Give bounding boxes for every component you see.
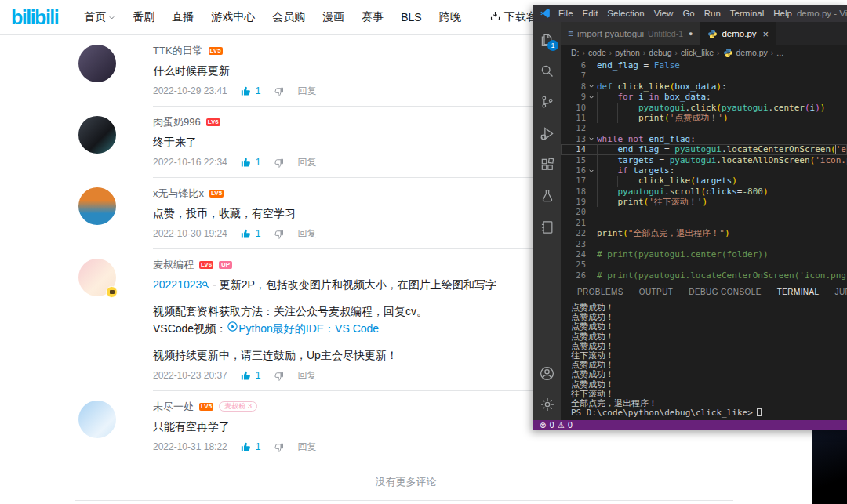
menu-run[interactable]: Run: [700, 9, 725, 18]
dislike-button[interactable]: [273, 85, 285, 97]
nav-item-直播[interactable]: 直播: [163, 10, 202, 24]
search-activity-button[interactable]: [533, 55, 561, 86]
breadcrumb-item[interactable]: D:: [571, 48, 580, 57]
terminal-cursor[interactable]: [757, 408, 762, 416]
breadcrumb-item[interactable]: demo.py: [723, 48, 768, 58]
thumb-up-icon[interactable]: [240, 85, 252, 97]
fold-icon[interactable]: [586, 82, 597, 92]
comment-username[interactable]: 未尽一处: [153, 400, 194, 414]
fold-icon[interactable]: [586, 165, 597, 176]
dislike-button[interactable]: [273, 157, 285, 169]
code-line[interactable]: 10pyautogui.click(pyautogui.center(i)): [561, 103, 847, 113]
code-line[interactable]: 14end_flag = pyautogui.locateCenterOnScr…: [561, 144, 847, 154]
avatar[interactable]: [78, 401, 116, 438]
fan-badge[interactable]: 麦叔粉3: [219, 401, 257, 412]
nav-item-游戏中心[interactable]: 游戏中心: [202, 10, 264, 24]
like-button[interactable]: 1: [240, 157, 261, 169]
menu-selection[interactable]: Selection: [602, 9, 649, 18]
code-line[interactable]: 23: [561, 239, 847, 249]
warnings-count[interactable]: 0: [568, 421, 573, 430]
code-line[interactable]: 26# print(pyautogui.locateCenterOnScreen…: [561, 270, 847, 281]
comment-username[interactable]: 麦叔编程: [153, 258, 194, 272]
code-line[interactable]: 22print("全部点完，退出程序！"): [561, 228, 847, 238]
avatar[interactable]: [78, 45, 116, 82]
editor-tab-import-pyautogui[interactable]: ≡import pyautoguiUntitled-1●: [561, 22, 700, 45]
errors-icon[interactable]: ⊗: [540, 421, 546, 430]
nav-item-跨晚[interactable]: 跨晚: [431, 10, 470, 24]
run-debug-activity-button[interactable]: [533, 118, 561, 149]
breadcrumb-item[interactable]: ...: [776, 48, 783, 57]
nav-item-首页[interactable]: 首页: [75, 10, 124, 24]
like-button[interactable]: 1: [240, 441, 261, 453]
code-editor[interactable]: 6end_flag = False78def click_like(box_da…: [561, 60, 847, 281]
settings-gear-button[interactable]: [533, 389, 561, 420]
code-line[interactable]: 6end_flag = False: [561, 60, 847, 71]
thumb-down-icon[interactable]: [273, 157, 285, 169]
comment-username[interactable]: 肉蛋奶996: [153, 115, 201, 129]
comment-link[interactable]: Python最好的IDE：VS Code: [238, 322, 379, 335]
avatar[interactable]: [78, 116, 116, 154]
thumb-down-icon[interactable]: [273, 85, 285, 97]
terminal-output[interactable]: 点赞成功！点赞成功！点赞成功！点赞成功！点赞成功！往下滚动！点赞成功！点赞成功！…: [561, 302, 847, 420]
nav-item-会员购[interactable]: 会员购: [264, 10, 314, 24]
thumb-down-icon[interactable]: [273, 228, 285, 240]
code-line[interactable]: 9for i in box_data:: [561, 92, 847, 102]
menu-go[interactable]: Go: [678, 9, 699, 18]
dislike-button[interactable]: [273, 370, 285, 382]
breadcrumb-item[interactable]: click_like: [681, 48, 714, 57]
source-control-activity-button[interactable]: [533, 86, 561, 118]
thumb-up-icon[interactable]: [240, 157, 252, 169]
files-activity-button[interactable]: 1: [533, 24, 561, 55]
like-button[interactable]: 1: [240, 370, 261, 382]
breadcrumb-item[interactable]: debug: [649, 48, 671, 57]
panel-tab-output[interactable]: OUTPUT: [633, 285, 680, 299]
reply-button[interactable]: 回复: [297, 156, 316, 169]
errors-count[interactable]: 0: [549, 421, 554, 430]
breadcrumb-item[interactable]: code: [588, 48, 606, 57]
close-icon[interactable]: ×: [763, 28, 769, 40]
code-line[interactable]: 21: [561, 218, 847, 228]
menu-edit[interactable]: Edit: [578, 9, 603, 18]
like-button[interactable]: 1: [240, 228, 261, 240]
editor-tab-demo.py[interactable]: demo.py×: [700, 22, 776, 45]
thumb-up-icon[interactable]: [240, 228, 252, 240]
code-line[interactable]: 8def click_like(box_data):: [561, 82, 847, 92]
fold-icon[interactable]: [586, 134, 597, 144]
avatar[interactable]: [78, 259, 116, 296]
bilibili-logo[interactable]: bilibili: [11, 6, 58, 29]
play-video-icon[interactable]: [227, 321, 238, 332]
code-line[interactable]: 25: [561, 259, 847, 270]
panel-tab-debug-console[interactable]: DEBUG CONSOLE: [682, 285, 767, 299]
code-line[interactable]: 11print('点赞成功！'): [561, 113, 847, 123]
menu-terminal[interactable]: Terminal: [725, 9, 769, 18]
modified-dot-icon[interactable]: ●: [689, 30, 693, 38]
nav-item-赛事[interactable]: 赛事: [353, 10, 392, 24]
nav-item-BLS[interactable]: BLS: [392, 11, 430, 24]
extensions-activity-button[interactable]: [533, 149, 561, 180]
code-line[interactable]: 15targets = pyautogui.locateAllOnScreen(…: [561, 155, 847, 165]
comment-username[interactable]: x无与锋比x: [153, 187, 204, 201]
comment-link[interactable]: 20221023: [153, 278, 202, 291]
code-line[interactable]: 24# print(pyautogui.center(folder)): [561, 249, 847, 259]
thumb-up-icon[interactable]: [240, 370, 252, 382]
reply-button[interactable]: 回复: [297, 369, 316, 383]
avatar[interactable]: [78, 187, 116, 225]
menu-help[interactable]: Help: [769, 9, 797, 18]
account-button[interactable]: [533, 357, 561, 389]
thumb-down-icon[interactable]: [273, 370, 285, 382]
reply-button[interactable]: 回复: [297, 227, 316, 241]
warnings-icon[interactable]: ⚠: [558, 421, 565, 430]
notebook-activity-button[interactable]: [533, 212, 561, 243]
menu-view[interactable]: View: [649, 9, 678, 18]
thumb-down-icon[interactable]: [273, 441, 285, 453]
thumb-up-icon[interactable]: [240, 441, 252, 453]
panel-tab-terminal[interactable]: TERMINAL: [771, 285, 826, 299]
breadcrumb-item[interactable]: python: [615, 48, 640, 57]
reply-button[interactable]: 回复: [297, 441, 316, 454]
nav-item-漫画[interactable]: 漫画: [314, 10, 353, 24]
panel-tab-problems[interactable]: PROBLEMS: [571, 285, 630, 299]
fold-icon[interactable]: [586, 92, 597, 102]
code-line[interactable]: 16if targets:: [561, 165, 847, 176]
code-line[interactable]: 20: [561, 207, 847, 217]
menu-file[interactable]: File: [554, 9, 578, 18]
